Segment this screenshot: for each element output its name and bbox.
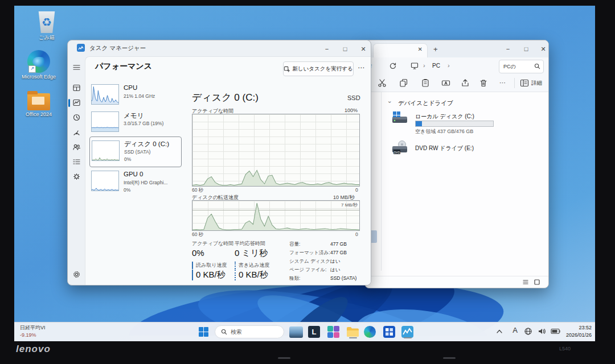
section-header[interactable]: デバイスとドライブ <box>398 100 453 107</box>
explorer-address-bar: ↑ › PC › PCの <box>365 57 548 75</box>
widgets-stock-button[interactable]: 日経平均VI -9.19% <box>20 324 46 339</box>
tm-maximize-button[interactable]: □ <box>338 43 352 55</box>
letter-l-glyph: L <box>312 328 317 336</box>
explorer-search-input[interactable]: PCの <box>499 60 544 73</box>
desktop-icon-recycle-bin[interactable]: ♻ ごみ箱 <box>27 11 67 42</box>
breadcrumb-pc[interactable]: PC <box>432 63 440 69</box>
tm-details-icon[interactable] <box>72 158 81 166</box>
stock-percent: -9.19% <box>20 332 46 339</box>
taskbar-office-button[interactable] <box>382 325 396 339</box>
delete-icon[interactable] <box>479 78 488 88</box>
network-globe-icon[interactable] <box>524 327 532 336</box>
cpu-mini-chart <box>91 84 119 105</box>
desktop-icon-edge[interactable]: ↗ Microsoft Edge <box>19 50 59 80</box>
list-view-icon[interactable] <box>522 279 529 286</box>
tm-services-icon[interactable] <box>72 172 81 181</box>
desktop-icon-office[interactable]: Office 2024 <box>19 91 59 117</box>
copy-icon[interactable] <box>399 78 408 88</box>
share-icon[interactable] <box>461 78 470 88</box>
more-options-icon[interactable]: ⋯ <box>499 79 506 86</box>
tm-page-title: パフォーマンス <box>95 61 152 72</box>
taskbar-clock[interactable]: 23:52 2026/01/26 <box>566 324 592 339</box>
taskbar-app-l[interactable]: L <box>307 325 321 339</box>
taskbar-widgets-weather-button[interactable] <box>289 325 303 339</box>
ime-mode-indicator[interactable]: A <box>512 326 518 334</box>
tm-minimize-button[interactable]: − <box>319 43 334 55</box>
explorer-status-bar <box>365 276 548 288</box>
run-task-label: 新しいタスクを実行する <box>292 65 352 73</box>
prop-formatted-label: フォーマット済み: <box>289 250 330 257</box>
refresh-icon[interactable] <box>389 62 397 70</box>
drive-c-free-space: 空き領域 437 GB/476 GB <box>415 128 473 135</box>
tm-app-history-icon[interactable] <box>72 113 81 122</box>
task-manager-window: タスク マネージャー − □ ✕ <box>67 40 371 286</box>
explorer-close-button[interactable]: ✕ <box>536 43 551 55</box>
colorful-app-icon <box>327 326 339 338</box>
explorer-search-value: PCの <box>503 64 516 69</box>
tm-more-options-icon[interactable]: ⋯ <box>358 64 364 72</box>
edge-icon: ↗ <box>27 50 50 73</box>
taskbar-app-colorful[interactable] <box>326 325 341 339</box>
svg-text:DVD: DVD <box>394 151 400 154</box>
weather-thumbnail-icon <box>289 326 303 338</box>
tm-settings-gear-icon[interactable] <box>72 270 81 279</box>
clock-time: 23:52 <box>566 324 592 332</box>
disk-label: ディスク 0 (C:) <box>124 140 169 148</box>
taskbar: 日経平均VI -9.19% 検索 L <box>14 322 595 341</box>
explorer-tab[interactable]: ✕ <box>373 43 428 58</box>
tm-rail-selection-indicator <box>68 99 70 107</box>
taskbar-task-manager-button[interactable] <box>400 325 415 339</box>
chart2-x-left: 60 秒 <box>192 231 203 238</box>
new-tab-button[interactable]: + <box>433 45 438 53</box>
tm-startup-apps-icon[interactable] <box>72 128 81 136</box>
large-icons-view-icon[interactable] <box>534 279 540 286</box>
battery-icon[interactable] <box>551 328 561 334</box>
tm-processes-icon[interactable] <box>72 84 81 92</box>
explorer-minimize-button[interactable]: − <box>501 43 515 55</box>
office-label: Office 2024 <box>19 111 59 117</box>
tm-close-button[interactable]: ✕ <box>356 43 371 55</box>
active-time-max-label: 100% <box>345 107 358 113</box>
gpu-mini-chart <box>91 171 119 191</box>
stat-write-label: 書き込み速度 <box>235 262 269 269</box>
chart1-x-left: 60 秒 <box>192 187 203 194</box>
explorer-maximize-button[interactable]: □ <box>519 43 534 55</box>
details-view-icon[interactable] <box>520 78 529 88</box>
tm-performance-icon[interactable] <box>72 98 81 107</box>
prop-capacity-value: 477 GB <box>330 241 347 247</box>
section-collapse-chevron-icon[interactable]: › <box>387 101 393 103</box>
windows-logo-icon <box>199 327 208 337</box>
tm-sidebar-item-cpu[interactable]: CPU 21% 1.04 GHz <box>89 83 181 108</box>
explorer-toolbar: ⋯ 詳細 <box>365 75 548 92</box>
paste-icon[interactable] <box>421 78 430 88</box>
chart2-x-right: 0 <box>355 231 358 237</box>
start-button[interactable] <box>196 325 211 339</box>
taskbar-search-box[interactable]: 検索 <box>215 325 284 338</box>
tab-close-icon[interactable]: ✕ <box>418 46 423 52</box>
tm-sidebar-item-memory[interactable]: メモリ 3.0/15.7 GB (19%) <box>89 110 181 135</box>
toolbar-divider <box>514 78 515 88</box>
tm-users-icon[interactable] <box>72 143 81 151</box>
stock-name: 日経平均VI <box>20 324 46 332</box>
cut-icon[interactable] <box>378 78 387 88</box>
details-button-label[interactable]: 詳細 <box>531 80 542 87</box>
prop-pagefile-value: はい <box>330 267 340 274</box>
tray-chevron-up-icon[interactable] <box>496 329 503 334</box>
prop-pagefile-label: ページ ファイル: <box>289 267 326 274</box>
disk-active-time-chart <box>192 114 360 187</box>
microsoft-365-icon <box>383 326 395 338</box>
edge-label: Microsoft Edge <box>19 74 59 80</box>
taskbar-file-explorer-button[interactable] <box>346 325 360 339</box>
tm-sidebar-item-disk0[interactable]: ディスク 0 (C:) SSD (SATA) 0% <box>89 136 182 167</box>
task-manager-title: タスク マネージャー <box>89 44 146 52</box>
taskbar-edge-button[interactable] <box>363 325 377 339</box>
tm-menu-icon[interactable] <box>72 63 81 72</box>
rename-icon[interactable] <box>441 78 450 88</box>
disk-detail: SSD (SATA) <box>124 149 150 155</box>
prop-type-value: SSD (SATA) <box>330 275 356 281</box>
nav-pane-divider <box>381 92 382 271</box>
tm-main-panel: パフォーマンス 新しいタスクを実行する ⋯ CPU 21% 1.04 GHz <box>85 56 371 285</box>
tm-sidebar-item-gpu[interactable]: GPU 0 Intel(R) HD Graphi... 0% <box>89 169 181 199</box>
volume-icon[interactable] <box>538 327 546 336</box>
run-new-task-button[interactable]: 新しいタスクを実行する <box>283 61 354 76</box>
